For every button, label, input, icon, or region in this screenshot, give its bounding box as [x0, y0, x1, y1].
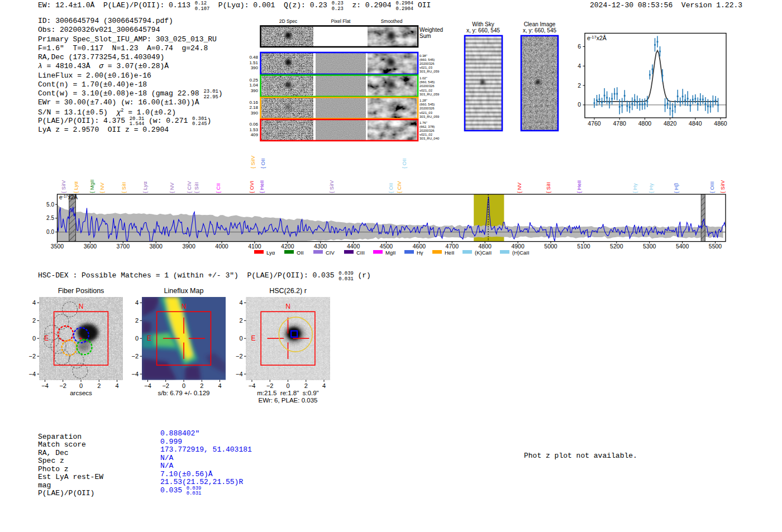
svg-text:Weighted: Weighted	[419, 27, 443, 33]
svg-text:4: 4	[32, 299, 36, 306]
svg-text:2: 2	[32, 317, 36, 324]
svg-text:Clean Image: Clean Image	[524, 21, 556, 27]
svg-text:E: E	[251, 334, 255, 342]
svg-text:4: 4	[115, 382, 118, 389]
svg-text:HeII: HeII	[445, 250, 454, 256]
svg-text:−2: −2	[236, 353, 243, 360]
svg-text:−2: −2	[266, 382, 274, 389]
svg-text:2: 2	[304, 382, 308, 389]
svg-text:5400: 5400	[676, 243, 689, 250]
svg-text:1.02": 1.02"	[419, 76, 427, 80]
svg-text:390: 390	[251, 65, 259, 70]
svg-text:0.38": 0.38"	[419, 54, 427, 57]
svg-text:{ SiIV: { SiIV	[719, 180, 726, 193]
svg-text:{ OVI: { OVI	[249, 181, 255, 193]
svg-text:303_RU_059: 303_RU_059	[419, 115, 440, 118]
svg-text:20200326: 20200326	[419, 107, 435, 110]
svg-text:5.0: 5.0	[46, 202, 54, 208]
svg-text:2D Spec: 2D Spec	[279, 18, 298, 24]
svg-text:Pixel Flat: Pixel Flat	[331, 18, 351, 24]
svg-text:e-17x2Å: e-17x2Å	[59, 194, 78, 200]
svg-text:{ MgII: { MgII	[89, 180, 95, 193]
svg-text:0: 0	[32, 335, 36, 342]
svg-text:4780: 4780	[613, 120, 627, 127]
svg-text:3900: 3900	[182, 243, 196, 250]
svg-text:5200: 5200	[610, 243, 623, 250]
svg-text:{ Lyα: { Lyα	[73, 181, 79, 193]
svg-text:With Sky: With Sky	[472, 21, 494, 27]
svg-text:3600: 3600	[84, 243, 97, 250]
svg-text:{ SiII: { SiII	[545, 182, 551, 193]
svg-text:Hγ: Hγ	[417, 250, 423, 256]
svg-text:2: 2	[200, 382, 203, 389]
svg-text:{ Hγ: { Hγ	[632, 183, 638, 193]
svg-text:Fiber Positions: Fiber Positions	[58, 287, 104, 295]
svg-text:(660, 545): (660, 545)	[419, 80, 435, 84]
svg-text:2.18: 2.18	[249, 105, 258, 110]
svg-text:E: E	[147, 334, 151, 342]
svg-text:4300: 4300	[314, 243, 327, 250]
svg-text:3700: 3700	[117, 243, 130, 250]
svg-text:{ HeII: { HeII	[259, 180, 265, 193]
svg-text:390: 390	[251, 111, 259, 116]
svg-text:0: 0	[578, 101, 581, 108]
svg-text:−4: −4	[249, 382, 256, 389]
svg-text:20200326: 20200326	[419, 129, 435, 132]
svg-text:E: E	[44, 334, 49, 342]
svg-text:(662, 378): (662, 378)	[419, 125, 435, 128]
svg-text:5300: 5300	[643, 243, 656, 250]
svg-text:4500: 4500	[380, 243, 393, 250]
svg-text:v021_03: v021_03	[419, 66, 433, 69]
svg-text:4760: 4760	[588, 120, 601, 127]
svg-text:4800: 4800	[638, 120, 652, 127]
svg-text:arcsecs: arcsecs	[70, 390, 92, 396]
svg-text:1.76": 1.76"	[419, 121, 427, 124]
svg-text:409: 409	[251, 132, 259, 137]
svg-text:{ SiIV: { SiIV	[328, 180, 335, 193]
svg-text:EWr: 6, PLAE: 0.035: EWr: 6, PLAE: 0.035	[259, 397, 318, 404]
svg-text:−2: −2	[28, 353, 36, 360]
svg-text:{ OII: { OII	[401, 159, 407, 169]
svg-text:+: +	[79, 335, 82, 342]
svg-text:{ CIV: { CIV	[396, 181, 402, 193]
svg-text:1.28": 1.28"	[419, 99, 427, 102]
svg-text:(660, 545): (660, 545)	[419, 58, 435, 61]
svg-text:{ SiII: { SiII	[121, 182, 127, 193]
svg-text:N: N	[79, 303, 84, 310]
svg-text:−2: −2	[162, 382, 169, 389]
svg-text:0.0: 0.0	[46, 229, 54, 235]
svg-text:4: 4	[322, 382, 326, 389]
svg-text:(K)CaII: (K)CaII	[475, 250, 492, 256]
svg-text:−4: −4	[236, 371, 243, 377]
svg-text:v021_03: v021_03	[419, 111, 433, 114]
svg-text:20200326: 20200326	[419, 62, 435, 65]
svg-text:(H)CaII: (H)CaII	[512, 250, 530, 256]
svg-text:{ Hγ: { Hγ	[648, 183, 654, 193]
svg-text:4000: 4000	[215, 243, 228, 250]
svg-text:Sum: Sum	[419, 33, 431, 39]
svg-text:0: 0	[79, 382, 83, 389]
svg-text:4: 4	[239, 299, 242, 306]
svg-text:1.51: 1.51	[249, 60, 258, 65]
svg-text:{ OII: { OII	[260, 159, 266, 169]
svg-text:4200: 4200	[281, 243, 294, 250]
svg-text:1.04: 1.04	[249, 83, 258, 88]
svg-text:{ SiIV: { SiIV	[60, 180, 66, 193]
svg-text:303_RU_059: 303_RU_059	[419, 70, 440, 73]
svg-text:5100: 5100	[577, 243, 590, 250]
svg-text:{ HeII: { HeII	[576, 180, 582, 193]
svg-text:1.53: 1.53	[249, 127, 258, 132]
svg-text:−2: −2	[59, 382, 66, 389]
svg-text:4840: 4840	[689, 120, 702, 127]
svg-text:5500: 5500	[709, 243, 722, 250]
svg-text:{ SiIV: { SiIV	[250, 155, 256, 169]
svg-text:m:21.5 re:1.8" s:0.9": m:21.5 re:1.8" s:0.9"	[257, 390, 318, 396]
svg-text:{ OII: { OII	[388, 183, 394, 193]
svg-text:(660, 545): (660, 545)	[419, 103, 435, 106]
svg-text:4: 4	[135, 299, 139, 306]
svg-text:4800: 4800	[479, 243, 492, 250]
svg-text:{ Lyα: { Lyα	[142, 181, 148, 193]
svg-text:0.48: 0.48	[249, 55, 258, 60]
svg-text:390: 390	[251, 88, 259, 93]
svg-text:5000: 5000	[544, 243, 557, 250]
